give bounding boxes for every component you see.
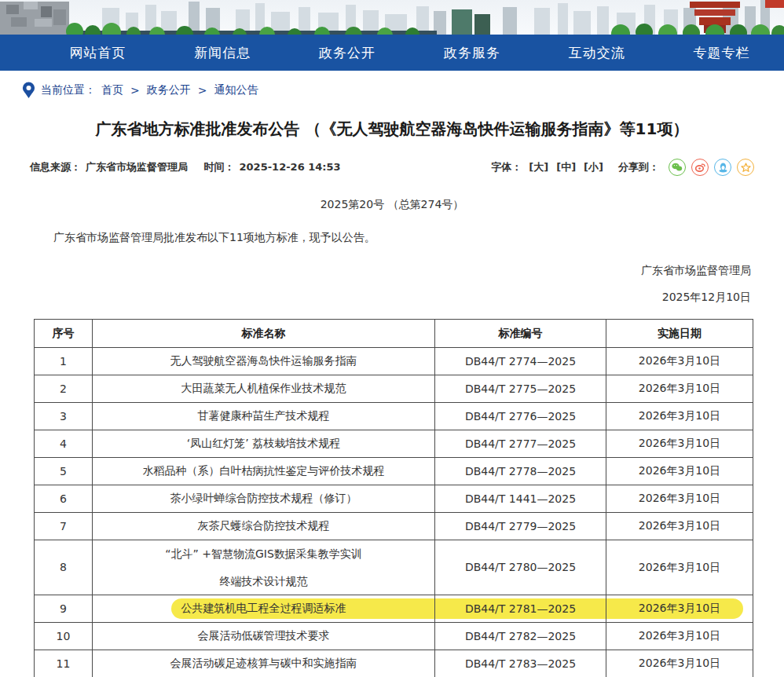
header-banner-image [0, 0, 784, 35]
font-size-medium-button[interactable]: [中] [556, 160, 576, 174]
font-size-large-button[interactable]: [大] [529, 160, 548, 174]
share-label: 分享到： [618, 160, 659, 174]
table-row: 5 水稻品种（系）白叶枯病抗性鉴定与评价技术规程 DB44/T 2778—202… [35, 458, 753, 485]
article-source-time: 信息来源：广东省市场监督管理局 时间：2025-12-26 14:53 [30, 160, 346, 174]
breadcrumb-separator: > [198, 84, 207, 97]
table-row: 4 ‘凤山红灯笼’ 荔枝栽培技术规程 DB44/T 2777—2025 2026… [35, 430, 753, 458]
source-value: 广东省市场监督管理局 [86, 161, 188, 173]
nav-item-topics[interactable]: 专题专栏 [659, 44, 784, 62]
share-qq-icon[interactable] [714, 159, 731, 176]
document-number: 2025第20号 （总第274号） [0, 198, 784, 212]
header-standard-name: 标准名称 [93, 320, 435, 348]
share-wechat-icon[interactable] [669, 159, 686, 176]
breadcrumb-link-gov-disclosure[interactable]: 政务公开 [147, 83, 191, 97]
nav-item-gov-disclosure[interactable]: 政务公开 [285, 44, 410, 62]
breadcrumb-separator: > [130, 84, 140, 97]
nav-item-gov-services[interactable]: 政务服务 [409, 44, 534, 62]
table-row: 7 灰茶尺蠖综合防控技术规程 DB44/T 2779—2025 2026年3月1… [35, 513, 753, 540]
breadcrumb-link-home[interactable]: 首页 [101, 83, 123, 97]
article-meta-row: 信息来源：广东省市场监督管理局 时间：2025-12-26 14:53 字体： … [30, 159, 754, 176]
share-weibo-icon[interactable] [691, 159, 709, 176]
highlighted-cell: DB44/T 2781—2025 [435, 595, 606, 623]
font-share-controls: 字体： [大] [中] [小] 分享到： [491, 159, 754, 176]
table-row: 2 大田蔬菜无人机植保作业技术规范 DB44/T 2775—2025 2026年… [35, 375, 753, 403]
header-serial: 序号 [35, 320, 93, 348]
table-row: 3 甘薯健康种苗生产技术规程 DB44/T 2776—2025 2026年3月1… [35, 403, 753, 430]
nav-item-home[interactable]: 网站首页 [35, 44, 160, 62]
signature-date: 2025年12月10日 [0, 291, 751, 305]
share-favorite-star-icon[interactable] [737, 159, 754, 176]
table-row-highlighted: 9 公共建筑机电工程全过程调适标准 DB44/T 2781—2025 2026年… [35, 595, 753, 623]
page-title: 广东省地方标准批准发布公告 （《无人驾驶航空器海岛快件运输服务指南》等11项） [43, 119, 741, 140]
nav-item-interaction[interactable]: 互动交流 [534, 44, 659, 62]
breadcrumb: 当前位置： 首页 > 政务公开 > 通知公告 [22, 82, 784, 98]
header-standard-code: 标准编号 [435, 320, 606, 348]
table-row: 6 茶小绿叶蝉综合防控技术规程（修订） DB44/T 1441—2025 202… [35, 485, 753, 513]
table-row: 1 无人驾驶航空器海岛快件运输服务指南 DB44/T 2774—2025 202… [35, 348, 753, 375]
main-nav: 网站首页 新闻信息 政务公开 政务服务 互动交流 专题专栏 [0, 35, 784, 71]
highlighted-cell: 2026年3月10日 [606, 595, 753, 623]
breadcrumb-label: 当前位置： [41, 83, 96, 97]
time-value: 2025-12-26 14:53 [240, 161, 341, 173]
location-pin-icon [22, 82, 35, 98]
header-impl-date: 实施日期 [606, 320, 753, 348]
highlighted-cell: 公共建筑机电工程全过程调适标准 [93, 595, 435, 623]
font-size-small-button[interactable]: [小] [584, 160, 603, 174]
time-label: 时间： [204, 161, 235, 173]
table-row: 8 “北斗” +智慧物流GIS数据采集教学实训 终端技术设计规范 DB44/T … [35, 540, 753, 595]
font-size-label: 字体： [491, 160, 522, 174]
signature-agency: 广东省市场监督管理局 [0, 264, 751, 278]
source-label: 信息来源： [30, 161, 81, 173]
table-row: 11 会展活动碳足迹核算与碳中和实施指南 DB44/T 2783—2025 20… [35, 650, 753, 677]
nav-item-news[interactable]: 新闻信息 [160, 44, 285, 62]
announcement-body: 广东省市场监督管理局批准发布以下11项地方标准，现予以公告。 [31, 231, 753, 245]
share-buttons [669, 159, 754, 176]
standards-table: 序号 标准名称 标准编号 实施日期 1 无人驾驶航空器海岛快件运输服务指南 DB… [34, 319, 753, 677]
table-row: 10 会展活动低碳管理技术要求 DB44/T 2782—2025 2026年3月… [35, 623, 753, 650]
city-skyline-graphic [0, 0, 784, 35]
breadcrumb-link-notices[interactable]: 通知公告 [214, 83, 258, 97]
table-header-row: 序号 标准名称 标准编号 实施日期 [35, 320, 753, 348]
